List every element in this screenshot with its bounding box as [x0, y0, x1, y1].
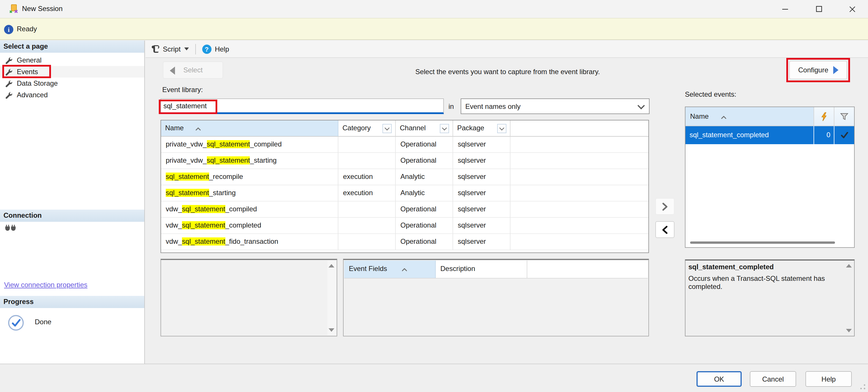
add-event-button[interactable] — [655, 198, 675, 215]
event-description-panel: sql_statement_completed Occurs when a Tr… — [685, 259, 855, 336]
event-library-row[interactable]: private_vdw_sql_statement_compiledOperat… — [161, 137, 648, 153]
status-text: Ready — [17, 25, 37, 33]
search-scope-select[interactable]: Event names only — [461, 98, 650, 114]
sort-asc-icon — [720, 108, 727, 126]
event-cell: sqlserver — [453, 169, 510, 185]
done-check-icon — [8, 315, 24, 331]
script-dropdown-icon[interactable] — [184, 47, 189, 51]
event-cell: Operational — [396, 137, 453, 153]
cancel-button[interactable]: Cancel — [750, 371, 796, 387]
event-library-row[interactable]: private_vdw_sql_statement_startingOperat… — [161, 153, 648, 169]
select-step-button[interactable]: Select — [163, 61, 223, 79]
search-match-highlight: sql_statement — [166, 172, 209, 181]
column-header-event-fields[interactable]: Event Fields — [344, 261, 436, 278]
minimize-button[interactable] — [772, 0, 799, 18]
progress-status: Done — [35, 318, 51, 326]
toolbar: Script ? Help — [146, 40, 868, 58]
sidebar: Select a page General Events Data Storag… — [0, 40, 145, 364]
event-cell — [338, 218, 396, 234]
sidebar-item-data-storage[interactable]: Data Storage — [0, 77, 144, 89]
select-a-page-header: Select a page — [0, 40, 144, 53]
event-library-row[interactable]: vdw_sql_statement_fido_transactionOperat… — [161, 234, 648, 250]
column-header-description[interactable]: Description — [436, 261, 527, 278]
chevron-right-icon — [662, 202, 668, 210]
selected-column-header-name[interactable]: Name — [685, 107, 814, 126]
vertical-scrollbar[interactable] — [328, 261, 336, 335]
connection-header: Connection — [0, 209, 144, 222]
script-button[interactable]: Script — [163, 45, 181, 53]
toolbar-help-button[interactable]: Help — [215, 45, 229, 53]
remove-event-button[interactable] — [655, 221, 675, 238]
chevron-down-icon — [385, 126, 390, 131]
event-cell: sqlserver — [453, 137, 510, 153]
view-connection-properties-link[interactable]: View connection properties — [4, 281, 88, 289]
event-cell: sqlserver — [453, 185, 510, 201]
selected-event-action-count: 0 — [814, 126, 834, 144]
sidebar-item-events[interactable]: Events — [0, 66, 144, 77]
wrench-icon — [5, 68, 13, 75]
selected-column-header-actions[interactable] — [814, 107, 834, 126]
chevron-left-icon — [662, 226, 668, 234]
event-cell: vdw_sql_statement_completed — [161, 218, 338, 234]
scroll-up-icon[interactable] — [329, 264, 334, 267]
event-library-row[interactable]: vdw_sql_statement_completedOperationalsq… — [161, 218, 648, 234]
event-cell: sqlserver — [453, 234, 510, 250]
script-icon — [151, 44, 159, 53]
category-filter-button[interactable] — [382, 124, 392, 133]
help-button[interactable]: Help — [805, 371, 852, 387]
event-cell: vdw_sql_statement_compiled — [161, 201, 338, 218]
configure-button[interactable]: Configure — [789, 61, 847, 79]
instruction-text: Select the events you want to capture fr… — [386, 68, 629, 76]
scroll-down-icon[interactable] — [846, 329, 852, 332]
toolbar-separator — [195, 44, 195, 54]
event-fields-header: Event Fields Description — [344, 261, 648, 279]
sidebar-item-general[interactable]: General — [0, 55, 144, 66]
event-cell: Operational — [396, 153, 453, 169]
sidebar-item-advanced[interactable]: Advanced — [0, 89, 144, 101]
resize-grip[interactable] — [860, 384, 866, 390]
scroll-up-icon[interactable] — [846, 264, 852, 267]
event-library-row[interactable]: vdw_sql_statement_compiledOperationalsql… — [161, 201, 648, 218]
new-session-icon — [9, 4, 19, 15]
configure-label: Configure — [798, 66, 828, 74]
event-cell — [338, 137, 396, 153]
maximize-button[interactable] — [805, 0, 832, 18]
event-cell: execution — [338, 185, 396, 201]
event-description-text: Occurs when a Transact-SQL statement has… — [688, 274, 839, 291]
connection-plug-icon — [5, 225, 16, 235]
sidebar-item-label: Advanced — [17, 91, 48, 99]
selected-event-filter-cell — [834, 126, 854, 144]
sort-asc-icon — [195, 121, 202, 137]
title-bar: New Session — [0, 0, 868, 18]
check-icon — [840, 132, 848, 138]
sidebar-item-label: General — [17, 56, 41, 64]
channel-filter-button[interactable] — [440, 124, 449, 133]
event-library-row[interactable]: sql_statement_recompileexecutionAnalytic… — [161, 169, 648, 185]
event-cell: sqlserver — [453, 153, 510, 169]
package-filter-button[interactable] — [497, 124, 506, 133]
event-search-input[interactable] — [160, 98, 444, 114]
wrench-icon — [5, 91, 13, 99]
column-header-filler — [510, 121, 648, 137]
ok-button[interactable]: OK — [696, 371, 742, 387]
forward-arrow-icon — [833, 66, 838, 74]
lightning-icon — [821, 112, 827, 121]
event-cell: Analytic — [396, 169, 453, 185]
scroll-down-icon[interactable] — [329, 328, 334, 332]
event-cell — [338, 201, 396, 218]
close-button[interactable] — [839, 0, 866, 18]
search-match-highlight: sql_statement — [182, 205, 225, 213]
column-header-name[interactable]: Name — [161, 121, 338, 137]
window-title: New Session — [22, 5, 63, 13]
event-library-row[interactable]: sql_statement_startingexecutionAnalytics… — [161, 185, 648, 201]
sidebar-item-label: Data Storage — [17, 79, 58, 88]
event-cell — [338, 153, 396, 169]
selected-column-header-filter[interactable] — [834, 107, 854, 126]
horizontal-scrollbar[interactable] — [690, 241, 835, 244]
event-cell: private_vdw_sql_statement_starting — [161, 153, 338, 169]
event-cell: Analytic — [396, 185, 453, 201]
search-match-highlight: sql_statement — [182, 221, 225, 229]
main-panel: Script ? Help Select Select the events y… — [146, 40, 868, 364]
search-scope-value: Event names only — [465, 102, 521, 110]
event-cell: private_vdw_sql_statement_compiled — [161, 137, 338, 153]
